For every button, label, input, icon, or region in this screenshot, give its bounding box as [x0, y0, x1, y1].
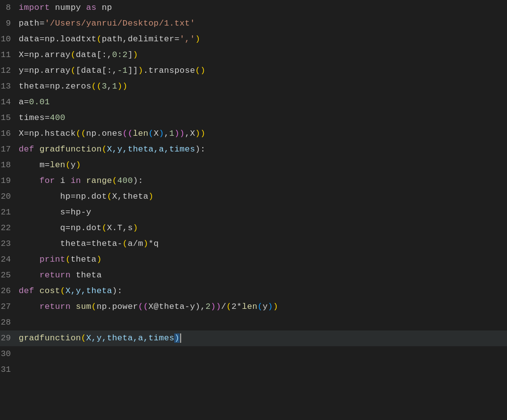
token: X,theta — [112, 192, 149, 201]
token: ( — [60, 286, 65, 296]
token: return — [39, 302, 70, 311]
token: ',' — [180, 34, 195, 44]
token: theta=np.zeros — [19, 82, 92, 91]
token: gradfunction — [19, 333, 81, 343]
table-row: 23 theta=theta-(a/m)*q — [0, 236, 507, 252]
token: ( — [70, 50, 76, 60]
token: for — [39, 176, 55, 185]
line-number: 25 — [0, 269, 19, 282]
line-number: 12 — [0, 64, 19, 77]
line-number: 17 — [0, 143, 19, 156]
token: ( — [226, 302, 232, 311]
token: )) — [195, 129, 206, 138]
token: y — [263, 302, 268, 311]
token: ( — [65, 160, 71, 170]
line-number: 13 — [0, 80, 19, 93]
line-content: for i in range(400): — [19, 175, 507, 187]
token: def — [19, 145, 34, 154]
token: () — [195, 66, 205, 75]
line-content: path='/Users/yanrui/Desktop/1.txt' — [19, 17, 507, 30]
token: 3 — [102, 82, 107, 91]
line-number: 29 — [0, 332, 19, 345]
token: ) — [96, 255, 102, 264]
line-content: import numpy as np — [19, 1, 507, 14]
token: .transpose — [143, 66, 195, 75]
token — [19, 270, 39, 280]
token: 1 — [169, 129, 175, 138]
table-row: 29gradfunction(X,y,theta,a,times) — [0, 330, 507, 346]
token: ): — [133, 176, 143, 185]
token: ( — [149, 129, 154, 138]
token: a= — [19, 97, 29, 107]
line-content: print(theta) — [19, 253, 507, 266]
token: )) — [211, 302, 221, 311]
line-number: 26 — [0, 285, 19, 298]
token: sum — [76, 302, 92, 311]
table-row: 16X=np.hstack((np.ones((len(X),1)),X)) — [0, 126, 507, 142]
token: ) — [133, 50, 138, 60]
token: ): — [195, 145, 205, 154]
token: [data[:, — [76, 66, 117, 75]
token: X=np.array — [19, 50, 70, 60]
table-row: 8import numpy as np — [0, 0, 507, 16]
token: 2 — [206, 302, 211, 311]
token: (( — [138, 302, 148, 311]
token: (( — [123, 129, 133, 138]
line-content: X=np.hstack((np.ones((len(X),1)),X)) — [19, 127, 507, 140]
token: X,y,theta,a,times — [86, 333, 174, 343]
line-number: 15 — [0, 112, 19, 124]
token: ( — [257, 302, 263, 311]
token: np.power — [96, 302, 138, 311]
token: m= — [19, 160, 50, 170]
token: ) — [133, 223, 138, 233]
token: q=np.dot — [19, 223, 102, 233]
token: ) — [149, 192, 154, 201]
token: ( — [102, 223, 107, 233]
token: 400 — [117, 176, 133, 185]
token: ( — [96, 34, 102, 44]
token: X,y,theta,a,times — [107, 145, 195, 154]
token — [19, 255, 39, 264]
token: numpy — [50, 3, 86, 12]
line-number: 31 — [0, 363, 19, 376]
token: X,y,theta — [65, 286, 112, 296]
token: ( — [70, 66, 76, 75]
token: theta=theta- — [19, 239, 123, 248]
token: cost — [39, 286, 60, 296]
token — [19, 176, 39, 185]
token: (( — [76, 129, 86, 138]
table-row: 26def cost(X,y,theta): — [0, 283, 507, 299]
token: return — [39, 270, 70, 280]
token: [:, — [96, 50, 112, 60]
token: ), — [195, 302, 205, 311]
token: ( — [65, 255, 71, 264]
token: i — [55, 176, 71, 185]
table-row: 25 return theta — [0, 268, 507, 283]
token: len — [242, 302, 257, 311]
token: ( — [107, 192, 112, 201]
token — [81, 176, 87, 185]
line-content: times=400 — [19, 112, 507, 124]
line-number: 14 — [0, 96, 19, 109]
table-row: 10data=np.loadtxt(path,delimiter=',') — [0, 31, 507, 47]
token: in — [70, 176, 81, 185]
token: *q — [149, 239, 159, 248]
line-content: def cost(X,y,theta): — [19, 285, 507, 298]
token: / — [221, 302, 226, 311]
token: gradfunction — [39, 145, 102, 154]
token: 2* — [231, 302, 242, 311]
token: data=np.loadtxt — [19, 34, 96, 44]
line-content: X=np.array(data[:,0:2]) — [19, 49, 507, 61]
token: ) — [174, 333, 180, 343]
table-row: 17def gradfunction(X,y,theta,a,times): — [0, 142, 507, 157]
token: np.ones — [86, 129, 123, 138]
token: )) — [174, 129, 185, 138]
token: ]] — [127, 66, 138, 75]
token: ) — [195, 34, 200, 44]
table-row: 9path='/Users/yanrui/Desktop/1.txt' — [0, 16, 507, 31]
token: a/m — [127, 239, 143, 248]
table-row: 12y=np.array([data[:,-1]]).transpose() — [0, 63, 507, 79]
line-number: 16 — [0, 127, 19, 140]
token: ,X — [185, 129, 195, 138]
token: y — [70, 160, 76, 170]
